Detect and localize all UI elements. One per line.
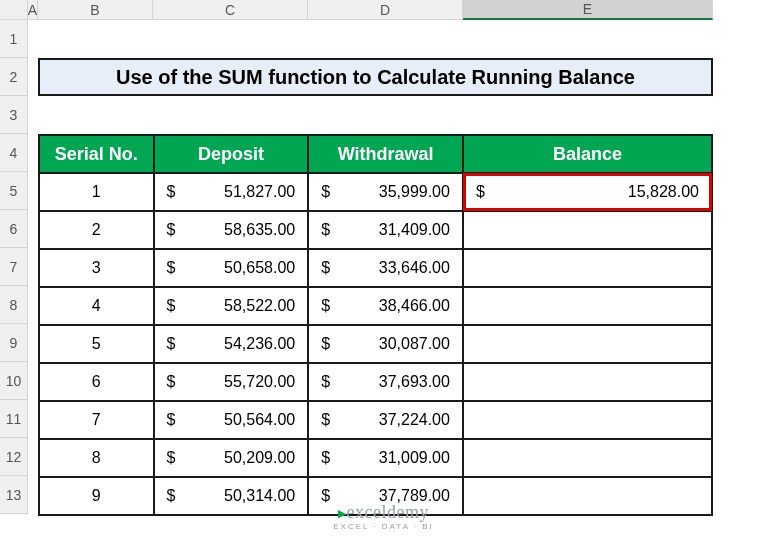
row-header-12[interactable]: 12 [0,438,28,476]
currency-symbol: $ [167,259,176,277]
row-header-6[interactable]: 6 [0,210,28,248]
cell[interactable]: $54,236.00 [154,325,309,363]
column-header-row: A B C D E [0,0,767,20]
cell[interactable]: $55,720.00 [154,363,309,401]
col-header-a[interactable]: A [28,0,38,20]
currency-symbol: $ [167,373,176,391]
header-deposit[interactable]: Deposit [154,135,309,173]
col-header-c[interactable]: C [153,0,308,20]
cell[interactable]: $33,646.00 [308,249,463,287]
cell[interactable] [463,249,712,287]
row-header-2[interactable]: 2 [0,58,28,96]
currency-symbol: $ [321,449,330,467]
watermark-line1: exceldemy [347,502,429,522]
currency-symbol: $ [167,335,176,353]
currency-symbol: $ [167,221,176,239]
cell[interactable] [463,477,712,515]
cell[interactable]: $50,314.00 [154,477,309,515]
amount: 37,693.00 [379,373,450,391]
col-header-d[interactable]: D [308,0,463,20]
cell[interactable] [463,325,712,363]
currency-symbol: $ [167,297,176,315]
cell-serial[interactable]: 8 [39,439,154,477]
cell[interactable]: $50,658.00 [154,249,309,287]
select-all-corner[interactable] [0,0,28,20]
amount: 50,209.00 [224,449,295,467]
cell[interactable]: $31,409.00 [308,211,463,249]
currency-symbol: $ [476,183,485,201]
cell[interactable] [463,363,712,401]
amount: 50,564.00 [224,411,295,429]
cell[interactable]: $50,564.00 [154,401,309,439]
cell[interactable]: $15,828.00 [463,173,712,211]
row-header-8[interactable]: 8 [0,286,28,324]
title-cell[interactable]: Use of the SUM function to Calculate Run… [38,58,713,96]
watermark-line2: EXCEL · DATA · BI [333,523,434,532]
table-row: 6$55,720.00$37,693.00 [39,363,712,401]
col-header-e[interactable]: E [463,0,713,20]
header-serial[interactable]: Serial No. [39,135,154,173]
amount: 38,466.00 [379,297,450,315]
row-header-3[interactable]: 3 [0,96,28,134]
amount: 37,224.00 [379,411,450,429]
triangle-icon: ▶ [338,507,347,519]
amount: 50,658.00 [224,259,295,277]
cell-serial[interactable]: 4 [39,287,154,325]
table-row: 8$50,209.00$31,009.00 [39,439,712,477]
cell[interactable]: $30,087.00 [308,325,463,363]
cell[interactable] [463,287,712,325]
cell[interactable] [463,211,712,249]
header-withdrawal[interactable]: Withdrawal [308,135,463,173]
row-header-13[interactable]: 13 [0,476,28,514]
table-row: 4$58,522.00$38,466.00 [39,287,712,325]
cell-serial[interactable]: 9 [39,477,154,515]
amount: 15,828.00 [628,183,699,201]
cell-serial[interactable]: 7 [39,401,154,439]
cell[interactable]: $35,999.00 [308,173,463,211]
cell[interactable]: $37,224.00 [308,401,463,439]
currency-symbol: $ [321,373,330,391]
cell[interactable]: $37,693.00 [308,363,463,401]
cell-serial[interactable]: 1 [39,173,154,211]
cell[interactable]: $38,466.00 [308,287,463,325]
currency-symbol: $ [321,221,330,239]
cell[interactable] [463,439,712,477]
row-header-11[interactable]: 11 [0,400,28,438]
amount: 54,236.00 [224,335,295,353]
amount: 35,999.00 [379,183,450,201]
cell-serial[interactable]: 2 [39,211,154,249]
col-header-b[interactable]: B [38,0,153,20]
currency-symbol: $ [167,411,176,429]
row-header-10[interactable]: 10 [0,362,28,400]
table-row: 5$54,236.00$30,087.00 [39,325,712,363]
cell[interactable]: $51,827.00 [154,173,309,211]
cell[interactable] [463,401,712,439]
cell[interactable]: $50,209.00 [154,439,309,477]
amount: 58,635.00 [224,221,295,239]
amount: 31,009.00 [379,449,450,467]
currency-symbol: $ [321,487,330,505]
row-header-5[interactable]: 5 [0,172,28,210]
cell[interactable]: $58,635.00 [154,211,309,249]
row-header-4[interactable]: 4 [0,134,28,172]
amount: 51,827.00 [224,183,295,201]
row-header-7[interactable]: 7 [0,248,28,286]
table-row: 3$50,658.00$33,646.00 [39,249,712,287]
cell-serial[interactable]: 3 [39,249,154,287]
data-table: Serial No. Deposit Withdrawal Balance 1$… [38,134,713,516]
cell-serial[interactable]: 5 [39,325,154,363]
currency-symbol: $ [321,297,330,315]
currency-symbol: $ [321,259,330,277]
amount: 58,522.00 [224,297,295,315]
cell-serial[interactable]: 6 [39,363,154,401]
cell[interactable]: $58,522.00 [154,287,309,325]
row-header-1[interactable]: 1 [0,20,28,58]
table-row: 1$51,827.00$35,999.00$15,828.00 [39,173,712,211]
header-balance[interactable]: Balance [463,135,712,173]
currency-symbol: $ [167,487,176,505]
currency-symbol: $ [321,183,330,201]
cell[interactable]: $31,009.00 [308,439,463,477]
currency-symbol: $ [167,449,176,467]
title-text: Use of the SUM function to Calculate Run… [116,66,635,89]
row-header-9[interactable]: 9 [0,324,28,362]
